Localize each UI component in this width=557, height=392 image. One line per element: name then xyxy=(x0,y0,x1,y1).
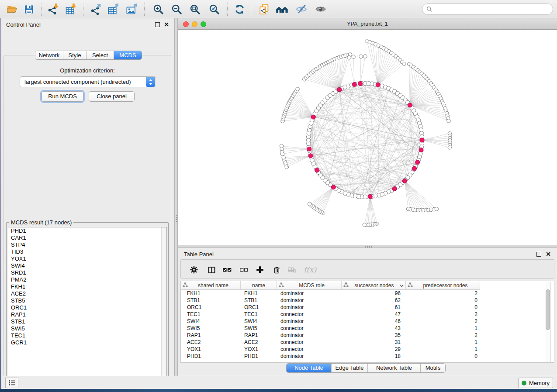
mcds-result-item[interactable]: STB1 xyxy=(8,318,166,325)
column-header-successor-nodes[interactable]: successor nodes xyxy=(342,281,406,290)
column-menu-chevron-icon[interactable] xyxy=(400,282,404,289)
tab-node-table[interactable]: Node Table xyxy=(287,364,332,372)
tab-network[interactable]: Network xyxy=(35,51,63,59)
main-toolbar xyxy=(0,0,557,18)
add-column-icon[interactable] xyxy=(254,264,266,275)
mcds-result-item[interactable]: PHD1 xyxy=(8,227,166,234)
table-row[interactable]: STB1STB1dominator620 xyxy=(181,297,554,304)
table-row[interactable]: SWI4SWI4dominator462 xyxy=(181,318,554,325)
column-header-MCDS-role[interactable]: MCDS role xyxy=(277,281,342,290)
table-row[interactable]: RAP1RAP1dominator352 xyxy=(181,332,554,339)
select-all-checkboxes-icon[interactable] xyxy=(221,264,233,275)
refresh-view-button[interactable] xyxy=(232,2,247,17)
mcds-result-item[interactable]: SRD1 xyxy=(8,269,166,276)
horizontal-splitter[interactable] xyxy=(178,245,557,248)
tab-network-table[interactable]: Network Table xyxy=(368,364,421,372)
network-view[interactable] xyxy=(178,30,557,245)
table-row[interactable]: YOX1YOX1connector291 xyxy=(181,346,554,353)
list-icon xyxy=(8,379,16,387)
mcds-result-item[interactable]: TID3 xyxy=(8,248,166,255)
first-neighbors-button[interactable] xyxy=(274,2,290,17)
table-cell: dominator xyxy=(277,290,342,297)
mcds-list-scrollbar[interactable] xyxy=(161,227,166,382)
show-panels-list-button[interactable] xyxy=(5,378,18,388)
settings-gear-icon[interactable] xyxy=(188,264,200,275)
column-header-name[interactable]: name xyxy=(241,281,277,290)
table-row[interactable]: PHD1PHD1dominator180 xyxy=(181,353,554,360)
network-graph[interactable] xyxy=(178,30,557,245)
desktop-wallpaper-edge xyxy=(0,389,557,392)
mcds-result-item[interactable]: TEC1 xyxy=(8,332,166,339)
network-window-title: YPA_prune.txt_1 xyxy=(178,21,557,27)
tab-mcds[interactable]: MCDS xyxy=(114,51,142,59)
table-scrollbar[interactable] xyxy=(545,282,551,362)
export-network-button[interactable] xyxy=(88,2,104,17)
tab-select[interactable]: Select xyxy=(86,51,114,59)
copy-network-button[interactable] xyxy=(256,2,272,17)
mcds-result-item[interactable]: STP4 xyxy=(8,241,166,248)
table-cell: 1 xyxy=(406,325,480,332)
search-input[interactable] xyxy=(435,6,553,13)
column-header-shared-name[interactable]: shared name xyxy=(181,281,241,290)
unselect-all-checkboxes-icon[interactable] xyxy=(238,264,249,275)
float-table-panel-icon[interactable] xyxy=(536,252,541,257)
zoom-out-button[interactable] xyxy=(169,2,184,17)
vertical-splitter[interactable] xyxy=(175,18,178,376)
export-image-button[interactable] xyxy=(124,2,140,17)
control-panel-title: Control Panel xyxy=(6,21,41,28)
mcds-result-item[interactable]: SWI4 xyxy=(8,262,166,269)
table-row[interactable]: ORC1ORC1dominator610 xyxy=(181,304,554,311)
close-table-panel-icon[interactable]: ✕ xyxy=(546,251,551,257)
mcds-result-list[interactable]: PHD1CAR1STP4TID3YOX1SWI4SRD1PMA2FKH1ACE2… xyxy=(8,227,167,382)
column-view-icon[interactable] xyxy=(206,264,217,275)
export-table-button[interactable] xyxy=(106,2,121,17)
close-panel-button[interactable]: Close panel xyxy=(89,91,135,102)
zoom-out-icon xyxy=(171,3,183,15)
float-panel-icon[interactable] xyxy=(155,22,160,27)
import-network-button[interactable] xyxy=(45,2,61,17)
open-file-button[interactable] xyxy=(4,2,20,17)
column-header-predecessor-nodes[interactable]: predecessor nodes xyxy=(406,281,480,290)
mcds-result-item[interactable]: SWI5 xyxy=(8,325,166,332)
mcds-result-item[interactable]: ORC1 xyxy=(8,304,166,311)
table-tabs: Node Table Edge Table Network Table Moti… xyxy=(286,363,446,373)
table-body: FKH1FKH1dominator962STB1STB1dominator620… xyxy=(181,290,554,362)
tab-style[interactable]: Style xyxy=(63,51,86,59)
search-box[interactable] xyxy=(422,3,553,15)
tab-edge-table[interactable]: Edge Table xyxy=(332,364,368,372)
run-mcds-button[interactable]: Run MCDS xyxy=(42,91,83,102)
import-table-button[interactable] xyxy=(63,2,79,17)
folder-open-icon xyxy=(7,3,18,15)
mcds-result-item[interactable]: GCR1 xyxy=(8,339,166,346)
save-session-button[interactable] xyxy=(21,2,37,17)
table-row[interactable]: SWI5SWI5connector431 xyxy=(181,325,554,332)
tab-motifs[interactable]: Motifs xyxy=(421,364,445,372)
delete-column-icon[interactable] xyxy=(271,264,282,275)
memory-button[interactable]: Memory xyxy=(518,378,553,388)
network-window-titlebar[interactable]: YPA_prune.txt_1 xyxy=(178,18,557,30)
mcds-result-item[interactable]: PMA2 xyxy=(8,276,166,283)
table-cell: YOX1 xyxy=(241,346,277,353)
table-scrollbar-thumb[interactable] xyxy=(546,289,550,330)
table-cell: 47 xyxy=(342,311,406,318)
table-cell: dominator xyxy=(277,353,342,360)
hide-selected-button[interactable] xyxy=(294,2,309,17)
zoom-fit-button[interactable] xyxy=(187,2,203,17)
zoom-selected-button[interactable] xyxy=(206,2,222,17)
table-row[interactable]: FKH1FKH1dominator962 xyxy=(181,290,554,297)
toolbar-separator xyxy=(251,3,251,16)
mcds-result-item[interactable]: ACE2 xyxy=(8,290,166,297)
table-row[interactable]: TEC1TEC1connector472 xyxy=(181,311,554,318)
mcds-result-item[interactable]: RAP1 xyxy=(8,311,166,318)
table-row[interactable]: ACE2ACE2connector311 xyxy=(181,339,554,346)
mcds-result-item[interactable]: YOX1 xyxy=(8,255,166,262)
mcds-result-item[interactable]: CAR1 xyxy=(8,234,166,241)
show-all-button[interactable] xyxy=(313,2,329,17)
refresh-icon xyxy=(234,3,246,15)
zoom-in-button[interactable] xyxy=(150,2,166,17)
mcds-result-item[interactable]: FKH1 xyxy=(8,283,166,290)
table-cell: dominator xyxy=(277,297,342,304)
criterion-dropdown[interactable]: largest connected component (undirected) xyxy=(20,76,156,87)
close-panel-icon[interactable]: ✕ xyxy=(164,21,169,28)
mcds-result-item[interactable]: STB5 xyxy=(8,297,166,304)
